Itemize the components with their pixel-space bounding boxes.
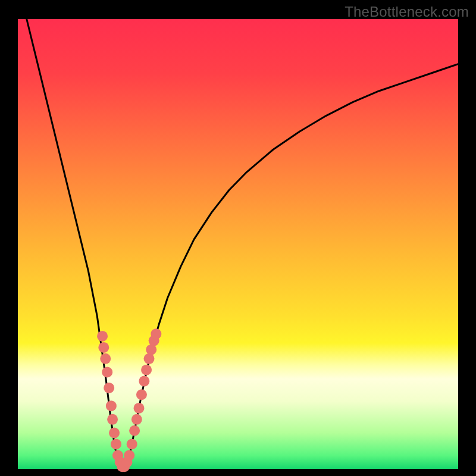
- data-marker: [124, 450, 134, 461]
- watermark-text: TheBottleneck.com: [345, 4, 469, 20]
- data-marker: [139, 376, 149, 387]
- data-marker: [144, 353, 155, 364]
- data-marker: [109, 428, 120, 439]
- data-marker: [98, 342, 109, 353]
- data-marker: [141, 365, 152, 375]
- data-marker: [129, 425, 140, 436]
- data-marker: [136, 389, 147, 400]
- marker-group: [97, 328, 161, 472]
- data-marker: [111, 439, 121, 449]
- data-marker: [104, 383, 114, 393]
- chart-stage: TheBottleneck.com: [0, 0, 476, 476]
- data-marker: [102, 367, 112, 377]
- data-marker: [100, 353, 111, 364]
- data-marker: [127, 439, 137, 449]
- data-marker: [97, 331, 108, 342]
- data-marker: [131, 414, 142, 425]
- data-marker: [134, 403, 145, 414]
- chart-svg: [0, 0, 476, 476]
- data-marker: [107, 414, 118, 425]
- data-marker: [151, 328, 161, 339]
- data-marker: [106, 400, 117, 411]
- data-marker: [146, 345, 156, 355]
- bottleneck-curve: [27, 19, 458, 469]
